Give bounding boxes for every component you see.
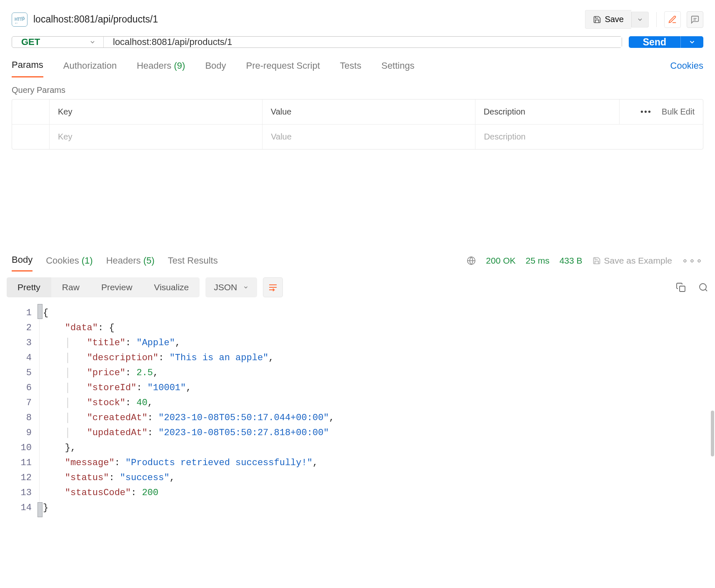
response-body[interactable]: 1234567891011121314 { "data": { │ "title… xyxy=(0,303,715,518)
comments-button[interactable] xyxy=(687,11,703,28)
request-tabs: Params Authorization Headers (9) Body Pr… xyxy=(0,48,715,78)
http-method-select[interactable]: GET xyxy=(12,37,104,47)
save-icon xyxy=(593,15,601,24)
save-as-example[interactable]: Save as Example xyxy=(592,256,672,266)
wrap-lines-button[interactable] xyxy=(263,277,283,297)
view-pretty[interactable]: Pretty xyxy=(7,277,51,297)
http-badge-icon: →HTTP← xyxy=(12,12,28,27)
resp-tab-test-results[interactable]: Test Results xyxy=(168,250,218,271)
request-header: →HTTP← localhost:8081/api/products/1 Sav… xyxy=(0,0,715,29)
send-dropdown[interactable] xyxy=(680,36,703,48)
tab-prerequest[interactable]: Pre-request Script xyxy=(246,60,320,77)
tab-authorization[interactable]: Authorization xyxy=(63,60,117,77)
search-icon[interactable] xyxy=(698,282,708,292)
view-mode-tabs: Pretty Raw Preview Visualize xyxy=(7,277,200,297)
table-header: Key Value Description ••• Bulk Edit xyxy=(12,100,703,125)
svg-rect-6 xyxy=(680,286,685,292)
col-description: Description xyxy=(475,100,620,124)
request-title[interactable]: localhost:8081/api/products/1 xyxy=(33,14,579,25)
tab-body[interactable]: Body xyxy=(205,60,226,77)
resp-tab-body[interactable]: Body xyxy=(12,249,32,272)
save-dropdown[interactable] xyxy=(631,12,649,27)
pencil-icon xyxy=(668,15,677,24)
col-actions: ••• Bulk Edit xyxy=(620,100,703,124)
col-key: Key xyxy=(50,100,262,124)
chevron-down-icon xyxy=(637,16,643,23)
tab-settings[interactable]: Settings xyxy=(381,60,415,77)
query-params-label: Query Params xyxy=(0,78,715,99)
save-button-group: Save xyxy=(585,10,649,29)
value-placeholder[interactable]: Value xyxy=(262,125,475,149)
more-icon[interactable]: ••• xyxy=(640,107,652,117)
http-method-value: GET xyxy=(21,37,40,47)
col-checkbox xyxy=(12,100,50,124)
url-input[interactable] xyxy=(104,37,622,47)
headers-count: (9) xyxy=(174,60,185,71)
chevron-down-icon xyxy=(89,39,96,45)
send-button[interactable]: Send xyxy=(629,36,680,48)
globe-icon[interactable] xyxy=(467,256,476,265)
divider xyxy=(656,12,657,27)
more-actions[interactable]: ∘∘∘ xyxy=(682,255,703,266)
save-icon xyxy=(592,257,601,265)
response-tabs: Body Cookies (1) Headers (5) Test Result… xyxy=(0,249,715,272)
tab-tests[interactable]: Tests xyxy=(340,60,361,77)
chevron-down-icon xyxy=(243,284,249,290)
comment-icon xyxy=(690,15,700,24)
edit-button[interactable] xyxy=(664,11,681,28)
response-time: 25 ms xyxy=(526,256,550,266)
view-preview[interactable]: Preview xyxy=(90,277,143,297)
format-select[interactable]: JSON xyxy=(205,277,257,297)
resp-tab-cookies[interactable]: Cookies (1) xyxy=(46,250,93,271)
line-gutter: 1234567891011121314 xyxy=(4,303,39,518)
svg-point-7 xyxy=(700,284,706,290)
col-value: Value xyxy=(262,100,475,124)
scrollbar[interactable] xyxy=(711,411,714,456)
save-label: Save xyxy=(605,15,624,24)
tab-headers[interactable]: Headers (9) xyxy=(137,60,185,77)
key-placeholder[interactable]: Key xyxy=(50,125,262,149)
resp-tab-headers[interactable]: Headers (5) xyxy=(106,250,155,271)
desc-placeholder[interactable]: Description xyxy=(475,125,620,149)
response-size: 433 B xyxy=(560,256,582,266)
status-code: 200 OK xyxy=(486,256,515,266)
request-line: GET Send xyxy=(0,29,715,48)
response-view-toolbar: Pretty Raw Preview Visualize JSON xyxy=(0,272,715,303)
view-visualize[interactable]: Visualize xyxy=(143,277,200,297)
wrap-icon xyxy=(268,282,278,292)
tab-params[interactable]: Params xyxy=(12,60,43,77)
svg-line-8 xyxy=(705,289,707,291)
json-code: { "data": { │ "title": "Apple", │ "descr… xyxy=(39,303,711,518)
bulk-edit-link[interactable]: Bulk Edit xyxy=(662,107,695,117)
save-button[interactable]: Save xyxy=(585,10,631,29)
query-params-table: Key Value Description ••• Bulk Edit Key … xyxy=(12,99,703,149)
view-raw[interactable]: Raw xyxy=(51,277,90,297)
cookies-link[interactable]: Cookies xyxy=(670,60,703,77)
chevron-down-icon xyxy=(688,38,696,46)
copy-icon[interactable] xyxy=(676,282,686,292)
table-row[interactable]: Key Value Description xyxy=(12,125,703,149)
